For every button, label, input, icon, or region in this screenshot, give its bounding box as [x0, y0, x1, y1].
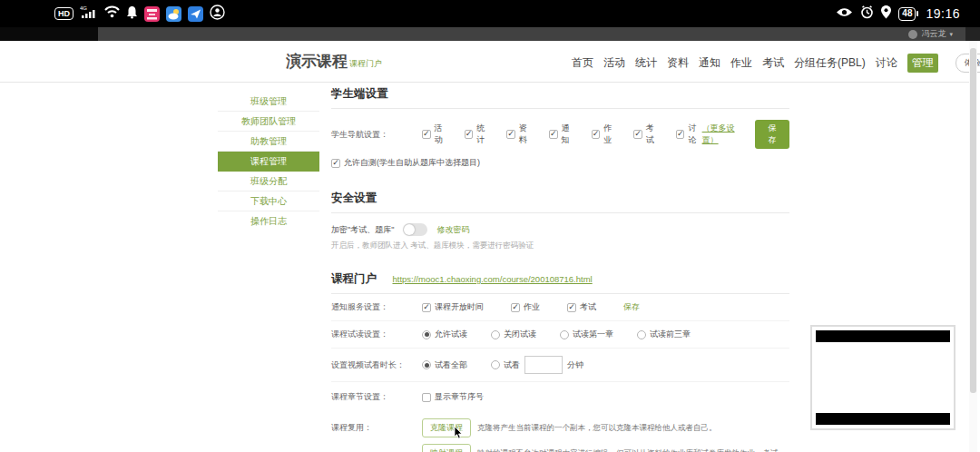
sidebar-item-download-center[interactable]: 下载中心: [218, 192, 319, 211]
radio-icon[interactable]: [491, 330, 500, 339]
preview-bottom-bar: [816, 413, 950, 425]
nav-homework[interactable]: 作业: [730, 55, 752, 71]
sidebar-item-course-management[interactable]: 课程管理: [218, 152, 319, 172]
paperplane-app-icon: [188, 6, 203, 22]
checkbox-label: 通知: [562, 123, 575, 146]
radio-trial-first-three[interactable]: 试读前三章: [637, 329, 691, 340]
checkbox-notify-exam[interactable]: 考试: [567, 301, 596, 313]
nav-pbl[interactable]: 分组任务(PBL): [794, 55, 866, 71]
user-name: 冯云龙: [921, 28, 946, 40]
nav-notice[interactable]: 通知: [699, 55, 720, 71]
course-title-text: 演示课程: [286, 53, 348, 70]
clone-description: 克隆将产生当前课程的一个副本，您可以克隆本课程给他人或者自己。: [477, 423, 717, 434]
map-course-button[interactable]: 映射课程: [422, 444, 471, 452]
scrollbar-thumb[interactable]: [970, 48, 976, 393]
checkbox-icon[interactable]: [633, 130, 642, 139]
checkbox-exam[interactable]: 考试: [633, 123, 660, 146]
sidebar-item-class-assign[interactable]: 班级分配: [218, 172, 319, 192]
section-title-security: 安全设置: [331, 191, 789, 213]
checkbox-stats[interactable]: 统计: [465, 123, 491, 146]
radio-preview-all[interactable]: 试看全部: [422, 359, 467, 371]
course-subtitle: 课程门户: [349, 59, 382, 68]
checkbox-icon[interactable]: [549, 130, 558, 139]
encrypt-toggle[interactable]: [403, 223, 427, 236]
location-icon: [881, 5, 891, 23]
checkbox-label: 作业: [603, 123, 617, 146]
nav-exam[interactable]: 考试: [762, 55, 784, 71]
checkbox-icon[interactable]: [422, 130, 431, 139]
radio-label: 试看: [504, 359, 520, 371]
encrypt-label: 加密"考试、题库": [331, 224, 394, 236]
checkbox-icon[interactable]: [506, 130, 515, 139]
checkbox-homework[interactable]: 作业: [592, 123, 618, 146]
user-avatar: [908, 30, 917, 39]
sidebar-item-class-management[interactable]: 班级管理: [218, 92, 319, 112]
clock-time: 19:16: [926, 6, 960, 21]
radio-icon[interactable]: [422, 360, 431, 369]
nav-home[interactable]: 首页: [572, 55, 593, 71]
change-password-link[interactable]: 修改密码: [436, 224, 469, 236]
checkbox-icon[interactable]: [465, 130, 474, 139]
checkbox-activity[interactable]: 活动: [422, 123, 448, 146]
checkbox-label: 活动: [435, 123, 448, 146]
checkbox-label: 资料: [519, 123, 533, 146]
preview-unit-label: 分钟: [567, 359, 583, 371]
radio-label: 关闭试读: [504, 329, 536, 340]
student-settings-save-button[interactable]: 保存: [755, 120, 789, 149]
checkbox-icon[interactable]: [592, 130, 601, 139]
checkbox-icon[interactable]: [422, 303, 431, 312]
nav-manage[interactable]: 管理: [907, 54, 938, 73]
notify-save-link[interactable]: 保存: [623, 301, 640, 313]
radio-icon[interactable]: [637, 330, 646, 339]
radio-close-trial[interactable]: 关闭试读: [491, 329, 536, 340]
preview-minutes-input[interactable]: [524, 356, 563, 374]
checkbox-materials[interactable]: 资料: [506, 123, 533, 146]
radio-label: 试读前三章: [650, 329, 691, 340]
radio-allow-trial[interactable]: 允许试读: [422, 329, 467, 340]
checkbox-notice[interactable]: 通知: [549, 123, 575, 146]
checkbox-icon[interactable]: [676, 130, 685, 139]
checkbox-label: 统计: [476, 123, 490, 146]
radio-trial-first-chapter[interactable]: 试读第一章: [560, 329, 613, 340]
nav-discussion[interactable]: 讨论: [876, 55, 897, 71]
checkbox-self-test[interactable]: 允许自测(学生自助从题库中选择题目): [331, 157, 480, 169]
strip-black-segment: [0, 27, 98, 41]
more-settings-link[interactable]: （更多设置）: [702, 123, 746, 146]
battery-icon: 48: [898, 7, 918, 21]
checkbox-icon[interactable]: [567, 303, 576, 312]
checkbox-icon[interactable]: [331, 159, 340, 168]
trial-label: 课程试读设置：: [331, 329, 422, 340]
checkbox-icon[interactable]: [422, 393, 431, 402]
sidebar-item-operation-log[interactable]: 操作日志: [218, 211, 319, 231]
radio-icon[interactable]: [491, 360, 500, 369]
checkbox-label: 允许自测(学生自助从题库中选择题目): [344, 157, 480, 169]
radio-icon[interactable]: [422, 330, 431, 339]
notify-label: 通知服务设置：: [331, 301, 422, 313]
nav-stats[interactable]: 统计: [635, 55, 657, 71]
checkbox-icon[interactable]: [511, 303, 520, 312]
wifi-icon: [104, 5, 120, 22]
sidebar-item-teacher-team[interactable]: 教师团队管理: [218, 112, 319, 132]
self-test-row: 允许自测(学生自助从题库中选择题目): [331, 157, 789, 169]
radio-preview-custom[interactable]: 试看: [491, 359, 520, 371]
checkbox-show-chapter-number[interactable]: 显示章节序号: [422, 391, 484, 403]
radio-icon[interactable]: [560, 330, 569, 339]
nav-materials[interactable]: 资料: [667, 55, 689, 71]
radio-label: 试看全部: [435, 359, 467, 371]
course-reuse-row: 课程复用： 克隆课程 克隆将产生当前课程的一个副本，您可以克隆本课程给他人或者自…: [331, 411, 789, 452]
user-menu[interactable]: 冯云龙 ▾: [908, 28, 953, 40]
portal-url-link[interactable]: https://mooc1.chaoxing.com/course/200108…: [392, 274, 592, 284]
chevron-down-icon: ▾: [949, 31, 953, 38]
encrypt-row: 加密"考试、题库" 修改密码: [331, 223, 789, 236]
alarm-icon: [860, 5, 874, 23]
sidebar-item-assistant[interactable]: 助教管理: [218, 132, 319, 152]
nav-activity[interactable]: 活动: [603, 55, 625, 71]
checkbox-open-time[interactable]: 课程开放时间: [422, 301, 484, 313]
floating-preview-window[interactable]: [810, 325, 956, 430]
hd-badge: HD: [54, 7, 74, 20]
checkbox-notify-homework[interactable]: 作业: [511, 301, 540, 313]
clone-course-button[interactable]: 克隆课程: [422, 418, 471, 437]
top-nav: 首页 活动 统计 资料 通知 作业 考试 分组任务(PBL) 讨论 管理 体验新…: [572, 54, 980, 73]
checkbox-discussion[interactable]: 讨论: [676, 123, 702, 146]
page-scrollbar[interactable]: [969, 41, 977, 452]
